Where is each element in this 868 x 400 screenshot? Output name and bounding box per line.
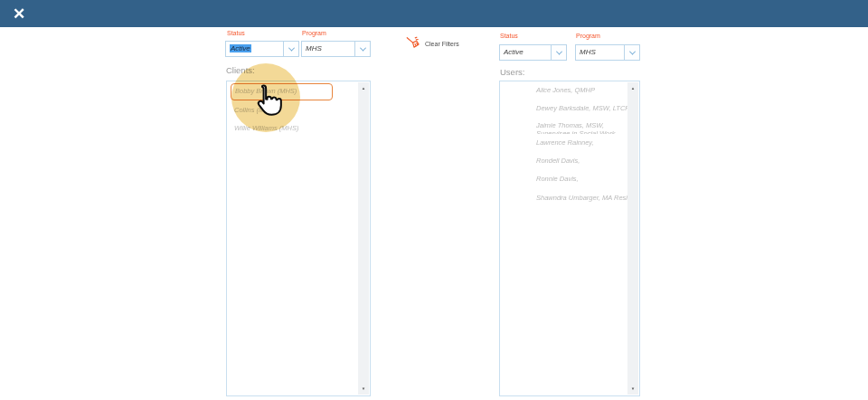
users-scrollbar[interactable]: ▲ ▼ <box>627 82 638 395</box>
scroll-up-icon[interactable]: ▲ <box>627 83 638 93</box>
clients-status-dropdown-button[interactable] <box>283 42 298 56</box>
client-list-item[interactable]: Willie Williams (MHS) <box>227 119 358 138</box>
users-list-items: Alice Jones, QMHPDewey Barksdale, MSW, L… <box>500 81 627 395</box>
user-list-item[interactable]: Dewey Barksdale, MSW, LTCP <box>500 100 627 118</box>
scroll-down-icon[interactable]: ▼ <box>358 384 369 394</box>
user-list-item[interactable]: Rondell Davis, <box>500 152 627 170</box>
clients-program-value[interactable]: MHS <box>302 42 354 56</box>
close-icon: ✕ <box>13 5 25 24</box>
clients-status-combobox[interactable]: Active <box>225 41 299 57</box>
clients-status-value[interactable]: Active <box>226 42 283 56</box>
scroll-up-icon[interactable]: ▲ <box>358 83 369 93</box>
broom-icon <box>405 35 421 52</box>
clients-program-label: Program <box>302 30 326 36</box>
close-button[interactable]: ✕ <box>8 3 30 24</box>
clients-program-combobox[interactable]: MHS <box>301 41 371 57</box>
users-status-value[interactable]: Active <box>500 45 551 60</box>
users-program-combobox[interactable]: MHS <box>575 44 640 61</box>
chevron-down-icon <box>359 44 365 51</box>
chevron-down-icon <box>628 48 635 54</box>
clear-filters-button[interactable]: Clear Filters <box>405 34 459 52</box>
assignment-modal: ✕ Status Active Program MHS Clear Filter <box>0 0 868 400</box>
users-section-label: Users: <box>500 67 524 77</box>
clients-section-label: Clients: <box>226 65 255 75</box>
chevron-down-icon <box>288 44 294 51</box>
header-bar: ✕ <box>0 0 868 27</box>
selected-text: Active <box>230 44 251 52</box>
clients-scrollbar[interactable]: ▲ ▼ <box>358 82 369 395</box>
users-status-dropdown-button[interactable] <box>551 45 566 60</box>
users-status-label: Status <box>500 33 518 39</box>
clients-list: Bobby Brown (MHS)Collins (MHS)Willie Wil… <box>226 81 371 396</box>
clients-list-items: Bobby Brown (MHS)Collins (MHS)Willie Wil… <box>227 81 358 395</box>
chevron-down-icon <box>555 48 561 54</box>
users-program-dropdown-button[interactable] <box>624 45 639 60</box>
user-list-item[interactable]: Lawrence Rainney, <box>500 134 627 152</box>
users-list: Alice Jones, QMHPDewey Barksdale, MSW, L… <box>499 81 640 396</box>
users-program-label: Program <box>576 33 600 39</box>
client-list-item[interactable]: Collins (MHS) <box>227 101 358 119</box>
clients-status-label: Status <box>227 30 245 36</box>
users-status-combobox[interactable]: Active <box>499 44 567 61</box>
clients-program-dropdown-button[interactable] <box>354 42 370 56</box>
client-list-item[interactable]: Bobby Brown (MHS) <box>231 83 333 101</box>
clear-filters-label: Clear Filters <box>425 41 459 47</box>
user-list-item[interactable]: Ronnie Davis, <box>500 170 627 188</box>
users-program-value[interactable]: MHS <box>576 45 624 60</box>
user-list-item[interactable]: Jaimie Thomas, MSW, Supervisee in Social… <box>500 119 627 134</box>
user-list-item[interactable]: Alice Jones, QMHP <box>500 81 627 100</box>
user-list-item[interactable]: Shawndra Umbarger, MA Resident <box>500 189 627 207</box>
scroll-down-icon[interactable]: ▼ <box>627 384 638 394</box>
